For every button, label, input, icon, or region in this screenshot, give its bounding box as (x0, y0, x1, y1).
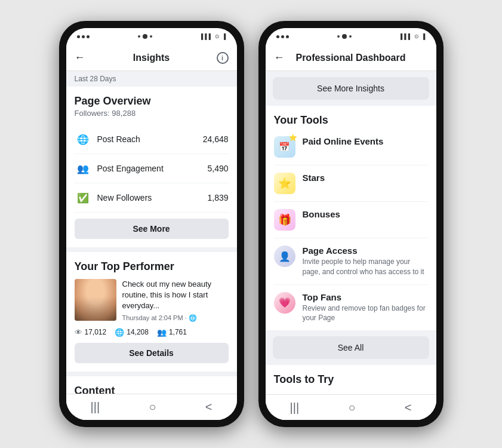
performer-thumbnail (75, 279, 116, 321)
new-followers-value: 1,839 (207, 193, 228, 202)
top-fans-desc: Review and remove top fan badges for you… (303, 303, 428, 324)
views-value: 17,012 (85, 328, 107, 336)
camera-area-2 (337, 34, 352, 39)
back-button-dashboard[interactable]: ← (274, 51, 285, 64)
phone-insights: ▌▌▌ ⊙ ▐ ← Insights i Last 28 Days Page O… (59, 21, 244, 427)
page-overview-card: Page Overview Followers: 98,288 🌐 Post R… (66, 87, 237, 247)
post-reach-row: 🌐 Post Reach 24,648 (75, 125, 229, 154)
signal-icon: ▌▌▌ (201, 33, 212, 39)
insights-title: Insights (133, 53, 170, 63)
tools-to-try-section: Tools to Try (266, 365, 436, 394)
bonuses-info: Bonuses (303, 209, 428, 219)
see-more-button[interactable]: See More (75, 219, 229, 239)
post-engagement-icon: 👥 (75, 160, 91, 177)
insights-top-bar: ← Insights i (66, 45, 237, 71)
see-more-insights-button[interactable]: See More Insights (273, 77, 429, 100)
new-followers-label: New Followers (97, 193, 208, 202)
dashboard-title: Professional Dashboard (295, 53, 405, 63)
nav-bar-1: ||| ○ < (66, 394, 237, 420)
reach-icon: 🌐 (115, 328, 124, 337)
status-dots-2 (276, 35, 289, 38)
page-access-info: Page Access Invite people to help manage… (303, 246, 428, 277)
date-banner: Last 28 Days (66, 71, 237, 87)
new-followers-row: ✅ New Followers 1,839 (75, 183, 229, 213)
nav-menu-icon-2[interactable]: ||| (290, 401, 300, 415)
engagement-stat: 👥 1,761 (157, 328, 187, 337)
nav-bar-2: ||| ○ < (266, 394, 436, 420)
content-title: Content (75, 385, 229, 394)
wifi-icon-2: ⊙ (414, 33, 419, 39)
performer-meta: Thursday at 2:04 PM · 🌐 (122, 314, 229, 322)
tool-page-access[interactable]: 👤 Page Access Invite people to help mana… (274, 238, 428, 285)
paid-events-info: Paid Online Events (303, 136, 428, 146)
bonuses-name: Bonuses (303, 209, 428, 219)
status-bar-2: ▌▌▌ ⊙ ▐ (266, 28, 436, 45)
insights-body: Last 28 Days Page Overview Followers: 98… (66, 71, 237, 394)
stars-info: Stars (303, 173, 428, 183)
bonuses-icon: 🎁 (274, 209, 295, 231)
info-button[interactable]: i (217, 52, 229, 64)
performer-text: Check out my new beauty routine, this is… (122, 279, 229, 322)
top-performer-title: Your Top Performer (75, 260, 229, 273)
page-access-icon: 👤 (274, 246, 295, 267)
page-overview-title: Page Overview (75, 95, 229, 108)
tool-paid-online-events[interactable]: 📅 ⭐ Paid Online Events (274, 129, 428, 165)
back-button-insights[interactable]: ← (75, 51, 85, 64)
battery-icon: ▐ (222, 33, 226, 39)
signal-icon-2: ▌▌▌ (401, 33, 412, 39)
tool-stars[interactable]: ⭐ Stars (274, 165, 428, 202)
reach-value: 14,208 (127, 328, 149, 336)
reach-stat: 🌐 14,208 (115, 328, 149, 337)
views-stat: 👁 17,012 (75, 328, 107, 337)
tools-to-try-title: Tools to Try (274, 373, 428, 386)
nav-menu-icon[interactable]: ||| (91, 400, 100, 414)
phone-dashboard: ▌▌▌ ⊙ ▐ ← Professional Dashboard See Mor… (258, 21, 444, 427)
new-followers-icon: ✅ (75, 189, 91, 206)
performer-content: Check out my new beauty routine, this is… (75, 279, 229, 322)
dashboard-top-bar: ← Professional Dashboard (266, 45, 436, 71)
engagement-icon: 👥 (157, 328, 167, 337)
followers-subtitle: Followers: 98,288 (75, 109, 229, 118)
content-section: Content Most recent content (66, 376, 237, 394)
top-performer-card: Your Top Performer Check out my new beau… (66, 252, 237, 372)
nav-home-icon[interactable]: ○ (149, 400, 156, 414)
top-fans-icon: 💗 (274, 292, 295, 314)
status-icons-2: ▌▌▌ ⊙ ▐ (401, 33, 426, 39)
paid-events-icon: 📅 ⭐ (274, 136, 295, 158)
post-engagement-row: 👥 Post Engagement 5,490 (75, 154, 229, 183)
post-engagement-value: 5,490 (207, 164, 228, 173)
top-fans-info: Top Fans Review and remove top fan badge… (303, 292, 428, 324)
status-dots-1 (77, 35, 90, 38)
performer-stats: 👁 17,012 🌐 14,208 👥 1,761 (75, 328, 229, 337)
wifi-icon: ⊙ (215, 33, 220, 39)
stars-name: Stars (303, 173, 428, 183)
nav-home-icon-2[interactable]: ○ (348, 401, 355, 415)
page-access-desc: Invite people to help manage your page, … (303, 257, 428, 277)
dashboard-body: See More Insights Your Tools 📅 ⭐ Paid On… (266, 71, 436, 394)
top-fans-name: Top Fans (303, 292, 428, 302)
your-tools-title: Your Tools (274, 114, 428, 127)
page-access-name: Page Access (303, 246, 428, 256)
see-all-button[interactable]: See All (273, 336, 429, 359)
stars-icon: ⭐ (274, 173, 295, 194)
battery-icon-2: ▐ (421, 33, 425, 39)
status-icons-1: ▌▌▌ ⊙ ▐ (201, 33, 226, 39)
camera-area-1 (138, 34, 152, 39)
post-reach-label: Post Reach (97, 134, 203, 144)
tool-bonuses[interactable]: 🎁 Bonuses (274, 202, 428, 238)
post-reach-icon: 🌐 (75, 131, 91, 148)
post-engagement-label: Post Engagement (97, 164, 208, 173)
performer-description: Check out my new beauty routine, this is… (122, 279, 229, 312)
views-icon: 👁 (75, 328, 82, 337)
see-details-button[interactable]: See Details (75, 343, 229, 363)
tool-top-fans[interactable]: 💗 Top Fans Review and remove top fan bad… (274, 285, 428, 331)
nav-back-icon-2[interactable]: < (405, 401, 412, 415)
nav-back-icon[interactable]: < (205, 400, 212, 414)
status-bar-1: ▌▌▌ ⊙ ▐ (66, 28, 237, 45)
your-tools-section: Your Tools 📅 ⭐ Paid Online Events (266, 106, 436, 330)
engagement-value: 1,761 (169, 328, 187, 336)
paid-events-name: Paid Online Events (303, 136, 428, 146)
post-reach-value: 24,648 (203, 134, 229, 144)
